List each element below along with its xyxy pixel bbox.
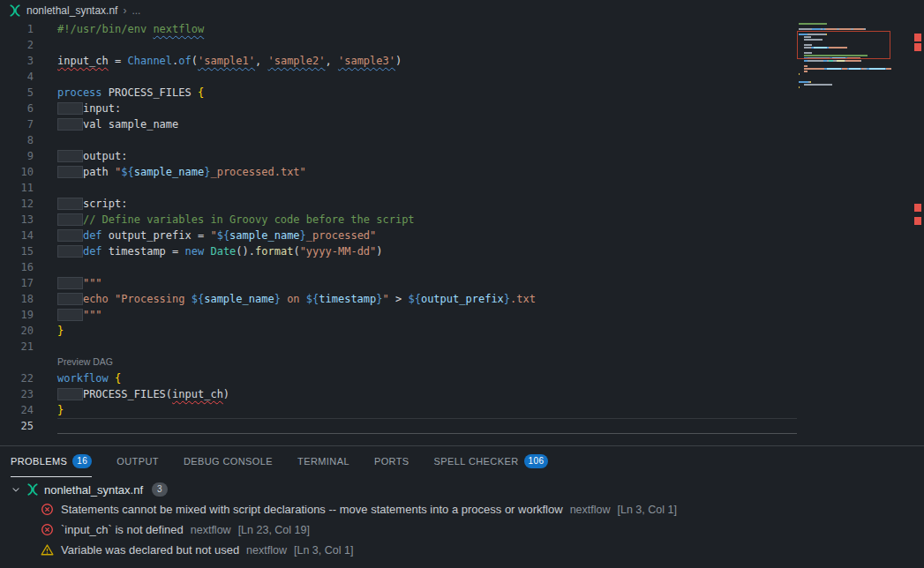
code-line[interactable]: 19 """: [0, 307, 924, 323]
indent-highlight: [57, 277, 83, 289]
problems-file-row[interactable]: nonlethal_syntax.nf 3: [0, 480, 924, 499]
indent-highlight: [57, 293, 83, 305]
code-line[interactable]: 14 def output_prefix = "${sample_name}_p…: [0, 228, 924, 243]
code-token: ${: [217, 229, 229, 242]
breadcrumb-separator: ›: [123, 4, 126, 17]
panel-tab-terminal[interactable]: TERMINAL: [297, 446, 349, 477]
line-number: 25: [0, 418, 34, 434]
breadcrumb-more[interactable]: ...: [131, 4, 140, 17]
breadcrumb-file[interactable]: nonlethal_syntax.nf: [26, 4, 117, 17]
overview-ruler-mark: [914, 34, 921, 41]
panel-tab-badge: 106: [524, 454, 549, 468]
code-line-content[interactable]: [57, 418, 797, 434]
code-line-content[interactable]: path "${sample_name}_processed.txt": [57, 164, 306, 180]
code-line-content[interactable]: """: [57, 307, 102, 323]
code-line[interactable]: 12 script:: [0, 196, 924, 212]
overview-ruler-mark: [914, 217, 921, 225]
code-line-content[interactable]: output:: [57, 148, 127, 164]
code-line[interactable]: 2: [0, 37, 924, 53]
code-line-content[interactable]: input:: [57, 101, 121, 116]
code-line[interactable]: 4: [0, 69, 924, 85]
line-number: 6: [0, 101, 34, 116]
panel-tab-problems[interactable]: PROBLEMS16: [11, 446, 92, 477]
problem-location: [Ln 3, Col 1]: [294, 544, 353, 557]
panel-tab-output[interactable]: OUTPUT: [116, 446, 159, 477]
code-token: ,: [326, 55, 338, 67]
code-line[interactable]: 16: [0, 259, 924, 275]
code-lines: 1#!/usr/bin/env nextflow23input_ch = Cha…: [0, 21, 924, 434]
code-token: }: [57, 325, 64, 337]
problem-item-warning[interactable]: Variable was declared but not usednextfl…: [0, 540, 924, 560]
code-line[interactable]: 15 def timestamp = new Date().format("yy…: [0, 243, 924, 259]
indent-highlight: [57, 198, 83, 210]
code-line[interactable]: 17 """: [0, 275, 924, 291]
line-number: 4: [0, 69, 34, 85]
code-line[interactable]: 20}: [0, 323, 924, 339]
panel-tab-label: DEBUG CONSOLE: [184, 456, 273, 467]
line-number: 14: [0, 228, 34, 243]
code-line[interactable]: 21: [0, 339, 924, 355]
problems-count-badge: 3: [152, 482, 168, 497]
minimap[interactable]: [799, 23, 905, 92]
problems-file-name: nonlethal_syntax.nf: [44, 483, 143, 497]
code-line-content[interactable]: // Define variables in Groovy code befor…: [57, 212, 415, 228]
code-token: 'sample1': [198, 55, 255, 67]
code-line[interactable]: 10 path "${sample_name}_processed.txt": [0, 164, 924, 180]
panel-tab-debug-console[interactable]: DEBUG CONSOLE: [184, 446, 273, 477]
breadcrumb: nonlethal_syntax.nf › ...: [0, 0, 924, 21]
code-token: {: [115, 372, 121, 385]
code-line-content[interactable]: }: [57, 402, 64, 418]
line-number: 11: [0, 180, 34, 196]
code-line-content[interactable]: echo "Processing ${sample_name} on ${tim…: [57, 291, 536, 307]
code-line[interactable]: 25: [0, 418, 924, 434]
code-line-content[interactable]: val sample_name: [57, 116, 178, 132]
code-line[interactable]: 5process PROCESS_FILES {: [0, 85, 924, 101]
panel-tab-spell-checker[interactable]: SPELL CHECKER106: [434, 446, 549, 477]
code-token: {: [198, 86, 204, 99]
line-number: 12: [0, 196, 34, 212]
code-token: ${: [408, 293, 420, 305]
code-line[interactable]: 24}: [0, 402, 924, 418]
editor[interactable]: 1#!/usr/bin/env nextflow23input_ch = Cha…: [0, 21, 924, 445]
code-line-content[interactable]: input_ch = Channel.of('sample1', 'sample…: [57, 53, 402, 69]
problem-item-error[interactable]: `input_ch` is not definednextflow[Ln 23,…: [0, 519, 924, 540]
code-line-content[interactable]: PROCESS_FILES(input_ch): [57, 386, 229, 402]
line-number: 15: [0, 243, 34, 259]
panel-tabs: PROBLEMS16OUTPUTDEBUG CONSOLETERMINALPOR…: [0, 446, 924, 477]
line-number: 9: [0, 148, 34, 164]
code-line-content[interactable]: #!/usr/bin/env nextflow: [57, 21, 204, 37]
code-line-content[interactable]: workflow {: [57, 370, 121, 386]
problem-item-error[interactable]: Statements cannot be mixed with script d…: [0, 499, 924, 519]
code-line-content[interactable]: def timestamp = new Date().format("yyyy-…: [57, 243, 383, 259]
code-token: input_ch: [172, 388, 223, 400]
indent-highlight: [57, 102, 83, 115]
code-line-content[interactable]: def output_prefix = "${sample_name}_proc…: [57, 228, 376, 243]
code-line-content[interactable]: """: [57, 275, 102, 291]
code-line-content[interactable]: script:: [57, 196, 127, 212]
code-line[interactable]: 9 output:: [0, 148, 924, 164]
code-token: nextflow: [153, 23, 204, 35]
code-line[interactable]: 11: [0, 180, 924, 196]
minimap-content: [799, 23, 905, 91]
code-line[interactable]: 6 input:: [0, 101, 924, 116]
code-line[interactable]: 18 echo "Processing ${sample_name} on ${…: [0, 291, 924, 307]
code-token: .txt: [510, 293, 536, 305]
problem-location: [Ln 3, Col 1]: [618, 504, 677, 516]
overview-ruler-mark: [914, 204, 921, 212]
code-token: ,: [255, 55, 267, 67]
codelens-preview-dag[interactable]: Preview DAG: [57, 355, 113, 370]
code-line-content[interactable]: process PROCESS_FILES {: [57, 85, 204, 101]
code-line[interactable]: 3input_ch = Channel.of('sample1', 'sampl…: [0, 53, 924, 69]
code-line[interactable]: 13 // Define variables in Groovy code be…: [0, 212, 924, 228]
code-line[interactable]: 23 PROCESS_FILES(input_ch): [0, 386, 924, 402]
code-line[interactable]: 22workflow {: [0, 370, 924, 386]
overview-ruler[interactable]: [912, 21, 924, 445]
indent-highlight: [57, 150, 83, 162]
line-number: 22: [0, 370, 34, 386]
code-line-content[interactable]: }: [57, 323, 64, 339]
nextflow-icon: [26, 483, 39, 496]
panel-tab-ports[interactable]: PORTS: [374, 446, 409, 477]
code-line[interactable]: 7 val sample_name: [0, 116, 924, 132]
code-line[interactable]: 8: [0, 132, 924, 148]
code-line[interactable]: 1#!/usr/bin/env nextflow: [0, 21, 924, 37]
